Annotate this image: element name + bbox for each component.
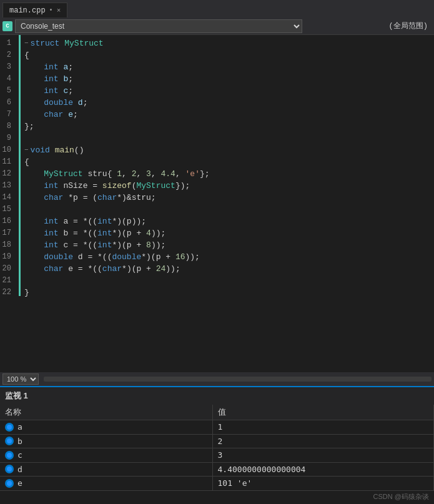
token: *)(p + (122, 263, 156, 275)
token: e = *(( (63, 263, 102, 275)
watch-var-value: 3 (212, 448, 434, 463)
token: { (24, 156, 29, 168)
token: , (136, 168, 146, 180)
code-line-13: int nSize = sizeof(MyStruct}); (22, 180, 434, 192)
token (24, 239, 44, 251)
token: *)(p + (141, 251, 175, 263)
watch-var-name: b (0, 434, 212, 448)
watch-icon (5, 465, 14, 473)
token: MyStruct (44, 168, 82, 180)
token: , (151, 168, 161, 180)
scope-icon: C (2, 21, 12, 31)
code-line-11: { (22, 156, 434, 168)
code-line-10: −void main() (22, 144, 434, 156)
token: *)(p + (112, 227, 146, 239)
token: sizeof (102, 180, 132, 192)
toolbar: C Console_test (全局范围) (0, 17, 434, 35)
token: 3 (146, 168, 151, 180)
token: *)&stru; (117, 192, 155, 204)
token: a (63, 61, 68, 73)
token: double (112, 251, 141, 263)
token: d = *(( (73, 251, 112, 263)
watch-var-name: a (0, 420, 212, 435)
watch-table: 名称 值 a1b2c3d4.4000000000000004e101 'e' (0, 405, 434, 491)
code-line-14: char *p = (char*)&stru; (22, 192, 434, 204)
watch-var-label: b (17, 437, 22, 446)
code-line-12: MyStruct stru{ 1, 2, 3, 4.4, 'e'}; (22, 168, 434, 180)
token: , (122, 168, 132, 180)
token: struct (31, 37, 60, 49)
fold-marker-10[interactable]: − (24, 144, 29, 156)
watch-panel: 监视 1 名称 值 a1b2c3d4.4000000000000004e101 … (0, 386, 434, 491)
token: int (24, 85, 59, 97)
code-line-15 (22, 204, 434, 215)
token: int (97, 215, 112, 227)
token: )); (165, 263, 180, 275)
watch-var-label: a (17, 422, 22, 432)
token: }; (24, 121, 34, 132)
zoom-select[interactable]: 100 % (2, 373, 39, 385)
code-line-20: char e = *((char*)(p + 24)); (22, 263, 434, 275)
token: char (44, 263, 63, 275)
main-cpp-tab[interactable]: main.cpp • × (2, 2, 67, 17)
token: nSize = (59, 180, 102, 192)
token: ( (132, 180, 137, 192)
token: *p = ( (63, 192, 97, 204)
code-line-4: int b; (22, 73, 434, 85)
token: c (63, 85, 68, 97)
token: b = *(( (59, 227, 97, 239)
watch-col-value: 值 (212, 405, 434, 420)
tab-close-button[interactable]: × (57, 7, 61, 14)
token: ; (68, 85, 73, 97)
watch-icon (5, 437, 14, 445)
watch-col-name: 名称 (0, 405, 212, 420)
token: 8 (146, 239, 151, 251)
token: stru{ (83, 168, 117, 180)
tab-modified-icon: • (49, 7, 53, 14)
token: ; (83, 97, 88, 109)
code-line-7: char e; (22, 109, 434, 121)
token: )); (151, 227, 165, 239)
watch-var-label: c (17, 450, 22, 460)
watch-icon (5, 423, 14, 432)
token: } (24, 287, 29, 299)
token: MyStruct (64, 37, 103, 49)
token: c = *(( (59, 239, 97, 251)
tab-filename: main.cpp (9, 6, 46, 15)
token: main (55, 144, 74, 156)
code-editor: 12345678910111213141516171819202122 −str… (0, 35, 434, 372)
code-line-21 (22, 275, 434, 287)
token (24, 168, 44, 180)
scope-dropdown[interactable]: Console_test (15, 19, 302, 33)
token: )); (151, 239, 165, 251)
token: () (74, 144, 84, 156)
code-area[interactable]: −struct MyStruct{ int a; int b; int c; d… (22, 35, 434, 372)
horizontal-scrollbar[interactable] (44, 377, 432, 382)
code-line-6: double d; (22, 97, 434, 109)
watch-var-name: e (0, 477, 212, 491)
watch-var-name: c (0, 448, 212, 463)
token (24, 215, 44, 227)
token: ; (73, 109, 78, 121)
token: int (44, 227, 58, 239)
token (24, 263, 44, 275)
code-line-16: int a = *((int*)(p)); (22, 215, 434, 227)
code-line-1: −struct MyStruct (22, 37, 434, 49)
token (73, 97, 78, 109)
code-line-8: }; (22, 121, 434, 132)
watch-row: a1 (0, 420, 434, 435)
code-line-17: int b = *((int*)(p + 4)); (22, 227, 434, 239)
token: char (44, 192, 63, 204)
token (24, 180, 44, 192)
token: void (31, 144, 50, 156)
line-numbers: 12345678910111213141516171819202122 (0, 35, 19, 372)
token: ; (68, 61, 73, 73)
token (24, 192, 44, 204)
fold-marker-1[interactable]: − (24, 37, 29, 49)
token: e (68, 109, 73, 121)
token: int (24, 61, 59, 73)
token (24, 227, 44, 239)
watch-row: c3 (0, 448, 434, 463)
token (63, 109, 68, 121)
token: )); (185, 251, 199, 263)
